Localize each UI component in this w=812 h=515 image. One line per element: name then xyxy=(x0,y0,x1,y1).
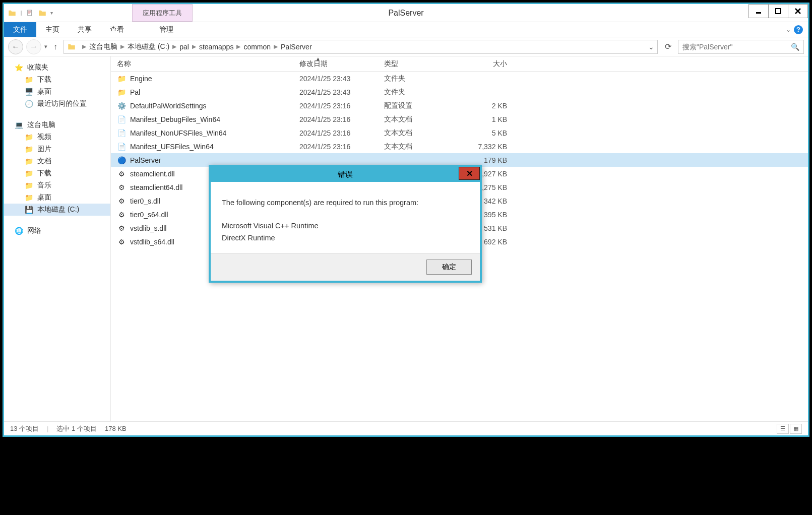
dialog-titlebar[interactable]: 错误 ✕ xyxy=(211,167,480,182)
file-row[interactable]: 📄Manifest_NonUFSFiles_Win642024/1/25 23:… xyxy=(111,126,808,140)
tab-file[interactable]: 文件 xyxy=(4,22,36,37)
dialog-close-button[interactable]: ✕ xyxy=(459,167,480,180)
separator: | xyxy=(19,10,23,16)
dialog-title-text: 错误 xyxy=(338,170,353,179)
text-icon: 📄 xyxy=(117,128,126,138)
breadcrumb-item[interactable]: common xyxy=(243,43,271,51)
sidebar-item-pictures[interactable]: 📁图片 xyxy=(4,143,110,155)
sidebar-favorites[interactable]: ⭐收藏夹 xyxy=(4,61,110,74)
file-row[interactable]: 📁Pal2024/1/25 23:43文件夹 xyxy=(111,85,808,99)
window-title: PalServer xyxy=(388,4,423,22)
chevron-right-icon[interactable]: ▶ xyxy=(117,43,128,50)
search-box[interactable]: 🔍 xyxy=(678,40,804,54)
file-row[interactable]: 📄Manifest_UFSFiles_Win642024/1/25 23:16文… xyxy=(111,140,808,153)
chevron-right-icon[interactable]: ▶ xyxy=(189,43,199,50)
breadcrumb-item[interactable]: steamapps xyxy=(199,43,233,51)
file-name: vstdlib_s.dll xyxy=(130,224,166,232)
ribbon-expand-icon[interactable]: ⌄ xyxy=(786,26,791,33)
new-folder-icon[interactable] xyxy=(37,8,47,18)
navigation-pane: ⭐收藏夹 📁下载 🖥️桌面 🕘最近访问的位置 💻这台电脑 📁视频 📁图片 📁文档… xyxy=(4,56,111,421)
column-name[interactable]: 名称 xyxy=(111,59,293,69)
file-name: steamclient.dll xyxy=(130,170,175,178)
file-row[interactable]: 📄Manifest_DebugFiles_Win642024/1/25 23:1… xyxy=(111,112,808,126)
breadcrumb-item[interactable]: 本地磁盘 (C:) xyxy=(128,42,169,51)
folder-icon: 📁 xyxy=(24,157,33,166)
search-icon[interactable]: 🔍 xyxy=(791,43,799,51)
sidebar-item-downloads2[interactable]: 📁下载 xyxy=(4,167,110,179)
sidebar-item-recent[interactable]: 🕘最近访问的位置 xyxy=(4,98,110,110)
file-size: 2 KB xyxy=(463,102,513,110)
ok-button[interactable]: 确定 xyxy=(426,260,472,275)
folder-icon: 📁 xyxy=(24,193,33,202)
sidebar-item-desktop[interactable]: 🖥️桌面 xyxy=(4,86,110,98)
sidebar-network[interactable]: 🌐网络 xyxy=(4,225,110,237)
sidebar-item-desktop2[interactable]: 📁桌面 xyxy=(4,191,110,204)
back-button[interactable]: ← xyxy=(8,39,23,54)
file-name: tier0_s64.dll xyxy=(130,211,168,219)
column-date[interactable]: 修改日期 xyxy=(293,59,378,69)
breadcrumb[interactable]: ▶ 这台电脑 ▶ 本地磁盘 (C:) ▶ pal ▶ steamapps ▶ c… xyxy=(64,40,658,54)
sidebar-computer[interactable]: 💻这台电脑 xyxy=(4,119,110,131)
tab-view[interactable]: 查看 xyxy=(101,22,133,37)
sort-indicator-icon: ▲ xyxy=(316,56,321,61)
file-row[interactable]: ⚙️DefaultPalWorldSettings2024/1/25 23:16… xyxy=(111,99,808,112)
chevron-right-icon[interactable]: ▶ xyxy=(169,43,179,50)
titlebar: | ▾ 应用程序工具 PalServer xyxy=(4,4,808,22)
file-name: vstdlib_s64.dll xyxy=(130,238,174,246)
column-type[interactable]: 类型 xyxy=(378,59,463,69)
help-icon[interactable]: ? xyxy=(794,25,803,34)
minimize-button[interactable] xyxy=(748,4,769,18)
view-details-button[interactable]: ☰ xyxy=(777,424,789,434)
folder-icon xyxy=(7,8,17,18)
tab-share[interactable]: 共享 xyxy=(69,22,101,37)
dialog-component-2: DirectX Runtime xyxy=(222,232,469,244)
file-name: tier0_s.dll xyxy=(130,197,160,205)
close-button[interactable] xyxy=(788,4,808,18)
file-type: 文本文档 xyxy=(378,115,463,124)
chevron-right-icon[interactable]: ▶ xyxy=(79,43,89,50)
up-button[interactable]: ↑ xyxy=(50,42,60,51)
star-icon: ⭐ xyxy=(14,63,23,72)
sidebar-item-localdisk-c[interactable]: 💾本地磁盘 (C:) xyxy=(4,204,110,216)
file-row[interactable]: 📁Engine2024/1/25 23:43文件夹 xyxy=(111,72,808,85)
breadcrumb-item[interactable]: 这台电脑 xyxy=(89,42,117,51)
file-date: 2024/1/25 23:43 xyxy=(293,88,378,96)
file-type: 文件夹 xyxy=(378,88,463,97)
file-date: 2024/1/25 23:43 xyxy=(293,75,378,83)
tab-manage[interactable]: 管理 xyxy=(150,22,182,37)
dll-icon: ⚙ xyxy=(117,237,126,246)
status-bar: 13 个项目 | 选中 1 个项目 178 KB ☰ ▦ xyxy=(4,421,808,435)
desktop-icon: 🖥️ xyxy=(24,87,33,96)
sidebar-item-videos[interactable]: 📁视频 xyxy=(4,131,110,143)
column-size[interactable]: 大小 xyxy=(463,59,513,69)
dialog-footer: 确定 xyxy=(211,253,480,281)
properties-icon[interactable] xyxy=(25,8,35,18)
folder-icon: 📁 xyxy=(24,75,33,84)
file-type: 文件夹 xyxy=(378,74,463,83)
column-headers: 名称 修改日期 类型 大小 xyxy=(111,56,808,72)
sidebar-item-downloads[interactable]: 📁下载 xyxy=(4,74,110,86)
forward-button[interactable]: → xyxy=(26,39,41,54)
tab-home[interactable]: 主页 xyxy=(36,22,69,37)
chevron-right-icon[interactable]: ▶ xyxy=(271,43,281,50)
sidebar-item-documents[interactable]: 📁文档 xyxy=(4,155,110,167)
maximize-button[interactable] xyxy=(768,4,788,18)
folder-icon: 📁 xyxy=(24,133,33,142)
breadcrumb-item[interactable]: PalServer xyxy=(281,43,311,51)
address-dropdown-icon[interactable]: ⌄ xyxy=(648,43,654,51)
window-controls xyxy=(749,4,808,22)
status-item-count: 13 个项目 xyxy=(10,424,39,433)
file-name: Manifest_NonUFSFiles_Win64 xyxy=(130,129,226,137)
history-dropdown-icon[interactable]: ▾ xyxy=(44,43,47,50)
folder-icon: 📁 xyxy=(24,181,33,190)
chevron-right-icon[interactable]: ▶ xyxy=(233,43,243,50)
search-input[interactable] xyxy=(682,43,791,51)
qat-dropdown-icon[interactable]: ▾ xyxy=(49,10,53,16)
sidebar-item-music[interactable]: 📁音乐 xyxy=(4,179,110,191)
file-date: 2024/1/25 23:16 xyxy=(293,143,378,151)
breadcrumb-item[interactable]: pal xyxy=(179,43,189,51)
refresh-button[interactable]: ⟳ xyxy=(661,40,675,54)
file-name: PalServer xyxy=(130,156,161,164)
file-date: 2024/1/25 23:16 xyxy=(293,102,378,110)
view-icons-button[interactable]: ▦ xyxy=(790,424,802,434)
